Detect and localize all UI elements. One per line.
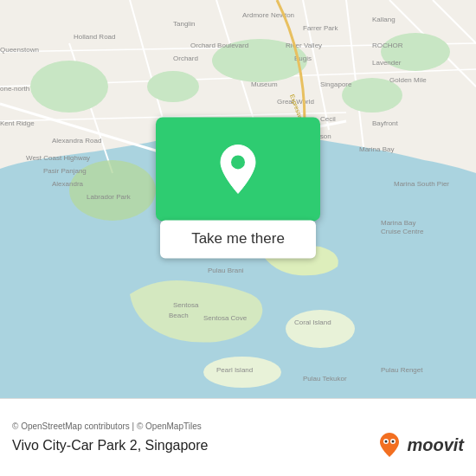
- svg-text:Museum: Museum: [251, 80, 278, 88]
- svg-text:Singapore: Singapore: [320, 80, 352, 88]
- moovit-text: moovit: [407, 435, 464, 455]
- svg-point-18: [147, 71, 199, 102]
- svg-text:Coral Island: Coral Island: [294, 318, 331, 326]
- svg-text:Marina Bay: Marina Bay: [359, 145, 394, 153]
- location-pin-box: [156, 117, 320, 221]
- svg-text:Queenstown: Queenstown: [0, 46, 39, 54]
- svg-text:Kent Ridge: Kent Ridge: [0, 119, 35, 127]
- take-me-there-button[interactable]: Take me there: [160, 220, 316, 258]
- svg-text:one-north: one-north: [0, 85, 29, 93]
- svg-point-67: [392, 441, 395, 443]
- svg-text:Orchard Boulevard: Orchard Boulevard: [190, 42, 248, 49]
- svg-text:Golden Mile: Golden Mile: [389, 76, 427, 84]
- svg-text:Marina South Pier: Marina South Pier: [394, 180, 449, 188]
- svg-text:Pulau Brani: Pulau Brani: [208, 267, 244, 274]
- svg-text:Ardmore Newton: Ardmore Newton: [242, 11, 294, 19]
- overlay-card: Take me there: [156, 117, 320, 258]
- svg-point-66: [385, 441, 388, 443]
- bottom-bar: © OpenStreetMap contributors | © OpenMap…: [0, 398, 476, 476]
- svg-text:River Valley: River Valley: [286, 42, 322, 49]
- svg-point-14: [30, 61, 108, 113]
- svg-text:Pearl Island: Pearl Island: [216, 366, 253, 374]
- svg-text:Farrer Park: Farrer Park: [303, 24, 338, 32]
- svg-text:Sentosa Cove: Sentosa Cove: [203, 314, 248, 322]
- svg-text:Alexandra: Alexandra: [52, 180, 84, 188]
- map-attribution: © OpenStreetMap contributors | © OpenMap…: [12, 421, 464, 431]
- map-container: West Coast Highway Holland Road Tanglin …: [0, 0, 476, 398]
- svg-text:Marina Bay: Marina Bay: [381, 219, 415, 227]
- svg-text:Cruise Centre: Cruise Centre: [381, 228, 424, 235]
- svg-point-63: [231, 155, 245, 169]
- svg-text:Lavender: Lavender: [372, 59, 402, 67]
- map-pin-icon: [216, 143, 260, 195]
- moovit-logo: moovit: [376, 431, 464, 459]
- svg-text:Holland Road: Holland Road: [74, 33, 115, 41]
- svg-text:Pasir Panjang: Pasir Panjang: [43, 167, 87, 175]
- svg-text:West Coast Highway: West Coast Highway: [26, 154, 90, 162]
- svg-text:Kallang: Kallang: [372, 16, 396, 23]
- svg-text:Alexandra Road: Alexandra Road: [52, 137, 101, 145]
- svg-text:Pulau Tekukor: Pulau Tekukor: [303, 375, 347, 383]
- svg-text:Cecil: Cecil: [320, 115, 336, 123]
- svg-text:Sentosa: Sentosa: [173, 301, 199, 309]
- svg-text:Beach: Beach: [169, 312, 189, 319]
- moovit-icon: [376, 431, 403, 459]
- svg-text:Labrador Park: Labrador Park: [87, 193, 132, 201]
- svg-point-20: [286, 310, 355, 348]
- svg-text:Pulau Renget: Pulau Renget: [381, 366, 423, 374]
- svg-text:Tanglin: Tanglin: [173, 20, 195, 28]
- svg-text:Bayfront: Bayfront: [372, 119, 399, 127]
- svg-text:ROCHOR: ROCHOR: [372, 42, 403, 49]
- svg-text:Orchard: Orchard: [173, 55, 198, 62]
